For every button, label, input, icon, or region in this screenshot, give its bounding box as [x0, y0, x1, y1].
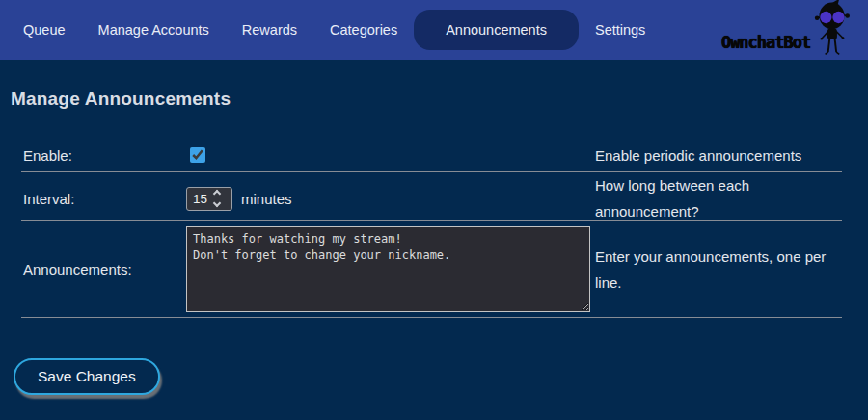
main-content: Manage Announcements Enable: Enable peri…: [0, 89, 868, 395]
form-row-interval: Interval: minutes How long between each …: [21, 172, 842, 221]
announcements-help-text: Enter your announcements, one per line.: [595, 244, 836, 296]
announcements-form: Enable: Enable periodic announcements In…: [21, 139, 842, 318]
nav-item-announcements[interactable]: Announcements: [414, 10, 579, 50]
save-changes-button[interactable]: Save Changes: [14, 358, 160, 395]
logo: OwnchatBot: [721, 0, 854, 60]
interval-unit-label: minutes: [241, 191, 292, 207]
robot-mascot-icon: [806, 0, 854, 56]
interval-number-field: [186, 187, 232, 211]
interval-label: Interval:: [21, 191, 186, 207]
form-row-announcements: Announcements: Thanks for watching my st…: [21, 221, 842, 318]
nav-bar: Queue Manage Accounts Rewards Categories…: [0, 0, 868, 60]
nav-item-rewards[interactable]: Rewards: [226, 10, 313, 50]
nav-item-manage-accounts[interactable]: Manage Accounts: [82, 10, 226, 50]
enable-help-text: Enable periodic announcements: [595, 143, 836, 169]
enable-label: Enable:: [21, 147, 186, 164]
logo-text: OwnchatBot: [721, 33, 810, 52]
spinner-up-icon[interactable]: [213, 190, 221, 197]
form-row-enable: Enable: Enable periodic announcements: [21, 139, 842, 172]
announcements-textarea[interactable]: Thanks for watching my stream! Don't for…: [186, 226, 590, 312]
interval-help-text: How long between each announcement?: [595, 172, 836, 224]
interval-input[interactable]: [187, 192, 212, 206]
interval-spinner[interactable]: [212, 189, 225, 208]
enable-checkbox[interactable]: [190, 147, 205, 163]
spinner-down-icon[interactable]: [213, 199, 221, 207]
nav-item-categories[interactable]: Categories: [313, 10, 414, 50]
nav-item-settings[interactable]: Settings: [579, 10, 662, 50]
announcements-label: Announcements:: [21, 261, 186, 277]
page-title: Manage Announcements: [11, 89, 868, 110]
nav-item-queue[interactable]: Queue: [7, 10, 82, 50]
